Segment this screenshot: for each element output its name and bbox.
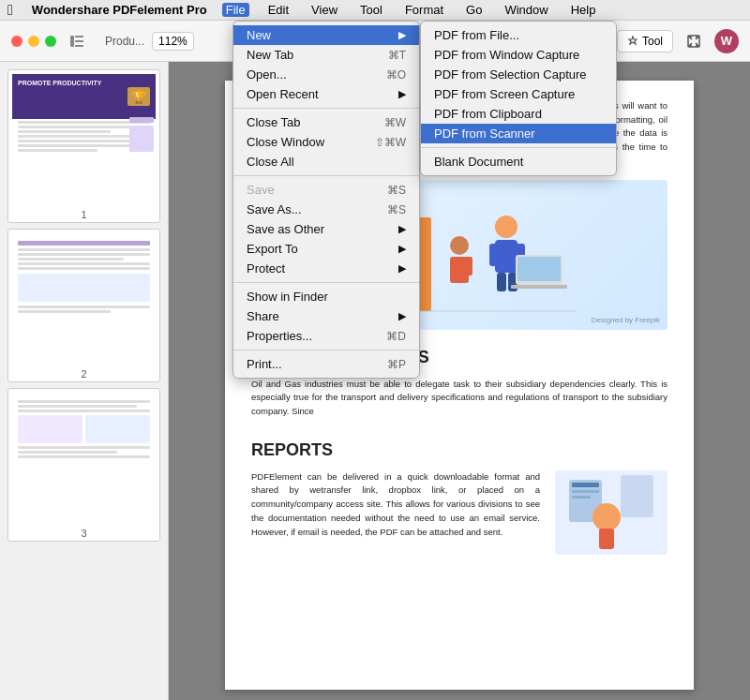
doc-body-delegation: Oil and Gas industries must be able to d…: [251, 378, 668, 419]
tool-btn[interactable]: Tool: [617, 30, 673, 52]
svg-rect-35: [572, 496, 591, 499]
menu-item-close-tab-label: Close Tab: [247, 115, 301, 129]
separator-1: [233, 108, 419, 109]
image-caption: Designed by Freepik: [592, 315, 660, 326]
tool-label: Tool: [642, 35, 663, 48]
menu-item-open-label: Open...: [247, 67, 287, 82]
menu-item-close-all[interactable]: Close All: [233, 152, 419, 171]
svg-rect-2: [75, 40, 83, 42]
page-num-3: 3: [8, 526, 159, 541]
menu-item-properties-shortcut: ⌘D: [386, 330, 406, 343]
menu-item-save-other[interactable]: Save as Other ▶: [233, 219, 419, 239]
menu-item-show-finder[interactable]: Show in Finder: [233, 287, 419, 306]
svg-point-28: [450, 236, 469, 255]
menu-item-properties-label: Properties...: [247, 329, 312, 343]
svg-rect-33: [572, 483, 599, 487]
maximize-traffic-light[interactable]: [45, 36, 56, 47]
zoom-selector[interactable]: 112%: [152, 32, 194, 51]
thumb3-content: [12, 393, 156, 522]
menu-item-close-window-label: Close Window: [247, 135, 324, 149]
menu-item-open[interactable]: Open... ⌘O: [233, 65, 419, 84]
expand-icon-btn[interactable]: [681, 28, 707, 54]
menu-item-save: Save ⌘S: [233, 180, 419, 200]
menu-item-print-label: Print...: [247, 357, 282, 371]
file-menu-dropdown[interactable]: New ▶ New Tab ⌘T Open... ⌘O Open Recent …: [232, 21, 420, 379]
menu-item-export-to[interactable]: Export To ▶: [233, 239, 419, 259]
menu-item-open-recent-label: Open Recent: [247, 87, 319, 101]
page-thumb-1[interactable]: PROMOTE PRODUCTIVITY 🏆: [8, 69, 160, 223]
menu-item-new[interactable]: New ▶: [233, 25, 419, 45]
menu-item-save-as-shortcut: ⌘S: [387, 203, 406, 216]
page-thumb-3[interactable]: 3: [8, 388, 160, 542]
menu-item-print-shortcut: ⌘P: [387, 358, 406, 371]
menu-help[interactable]: Help: [567, 3, 600, 17]
new-submenu-item-from-file[interactable]: PDF from File...: [421, 25, 616, 45]
avatar[interactable]: W: [714, 29, 739, 53]
thumb1-sidebar-icons: [129, 117, 154, 152]
new-submenu-item-screen-capture[interactable]: PDF from Screen Capture: [421, 84, 616, 104]
new-submenu-item-screen-capture-label: PDF from Screen Capture: [434, 87, 575, 101]
apple-logo: : [8, 2, 13, 19]
menu-item-share-arrow: ▶: [398, 310, 406, 322]
svg-rect-3: [75, 45, 83, 47]
sidebar-toggle-btn[interactable]: [64, 28, 90, 54]
new-submenu[interactable]: PDF from File... PDF from Window Capture…: [420, 21, 617, 176]
doc-heading-reports: REPORTS: [251, 438, 668, 463]
new-submenu-item-clipboard[interactable]: PDF from Clipboard: [421, 104, 616, 124]
menu-window[interactable]: Window: [501, 3, 551, 17]
menu-file[interactable]: File: [222, 3, 249, 17]
new-submenu-item-scanner[interactable]: PDF from Scanner: [421, 124, 616, 143]
svg-rect-0: [70, 36, 74, 47]
sidebar: PROMOTE PRODUCTIVITY 🏆: [0, 62, 169, 700]
menu-item-save-as[interactable]: Save As... ⌘S: [233, 200, 419, 219]
menu-item-close-window[interactable]: Close Window ⇧⌘W: [233, 132, 419, 152]
menu-item-new-arrow: ▶: [398, 29, 406, 41]
svg-rect-26: [518, 257, 561, 281]
minimize-traffic-light[interactable]: [28, 36, 39, 47]
menu-item-open-recent-arrow: ▶: [398, 88, 406, 100]
new-submenu-item-selection-capture[interactable]: PDF from Selection Capture: [421, 65, 616, 84]
separator-3: [233, 282, 419, 283]
page-num-1: 1: [8, 207, 159, 222]
menu-edit[interactable]: Edit: [264, 3, 292, 17]
separator-2: [233, 175, 419, 176]
menu-item-protect-arrow: ▶: [398, 262, 406, 275]
menu-tool[interactable]: Tool: [356, 3, 386, 17]
svg-rect-38: [599, 529, 614, 549]
new-submenu-item-window-capture[interactable]: PDF from Window Capture: [421, 45, 616, 65]
page-thumb-2[interactable]: 2: [8, 229, 160, 382]
menu-item-share[interactable]: Share ▶: [233, 306, 419, 326]
menu-item-open-recent[interactable]: Open Recent ▶: [233, 84, 419, 104]
thumb2-content: [12, 233, 156, 363]
new-submenu-item-window-capture-label: PDF from Window Capture: [434, 48, 579, 62]
menu-format[interactable]: Format: [401, 3, 447, 17]
menu-item-close-window-shortcut: ⇧⌘W: [375, 136, 406, 149]
close-traffic-light[interactable]: [11, 36, 22, 47]
new-submenu-item-blank[interactable]: Blank Document: [421, 152, 616, 171]
menu-item-properties[interactable]: Properties... ⌘D: [233, 326, 419, 346]
svg-rect-21: [489, 244, 502, 266]
menu-item-export-to-arrow: ▶: [398, 243, 406, 255]
svg-rect-23: [497, 273, 506, 291]
page-num-2: 2: [8, 366, 159, 381]
new-submenu-item-blank-label: Blank Document: [434, 155, 523, 169]
thumb1-icon: 🏆: [128, 87, 150, 106]
app-name: Wondershare PDFelement Pro: [32, 3, 207, 17]
menu-item-print[interactable]: Print... ⌘P: [233, 354, 419, 374]
menu-item-close-tab-shortcut: ⌘W: [384, 116, 406, 129]
menu-item-protect-label: Protect: [247, 261, 285, 276]
menu-item-close-tab[interactable]: Close Tab ⌘W: [233, 112, 419, 132]
menu-item-new-label: New: [247, 28, 271, 42]
menu-item-export-to-label: Export To: [247, 242, 298, 256]
svg-rect-27: [511, 285, 567, 289]
menu-go[interactable]: Go: [462, 3, 486, 17]
menu-item-new-tab-label: New Tab: [247, 48, 293, 62]
menu-item-save-other-label: Save as Other: [247, 222, 324, 236]
menu-item-new-tab[interactable]: New Tab ⌘T: [233, 45, 419, 65]
menu-view[interactable]: View: [308, 3, 341, 17]
menu-bar:  Wondershare PDFelement Pro File Edit V…: [0, 0, 750, 21]
menu-item-save-as-label: Save As...: [247, 202, 302, 216]
new-submenu-item-from-file-label: PDF from File...: [434, 28, 519, 42]
menu-item-protect[interactable]: Protect ▶: [233, 259, 419, 278]
svg-rect-36: [621, 475, 653, 517]
